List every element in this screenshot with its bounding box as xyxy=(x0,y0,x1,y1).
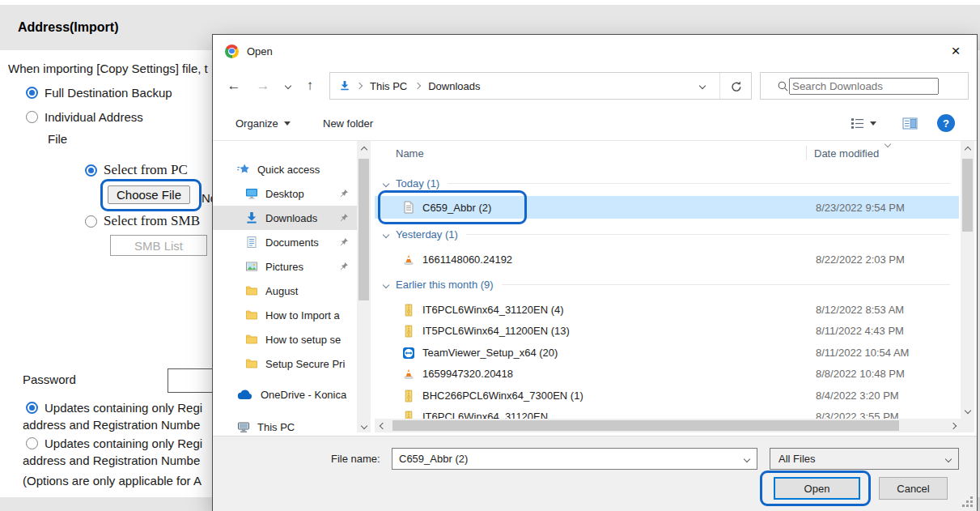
sidebar-item-onedrive[interactable]: OneDrive - Konica xyxy=(213,382,357,407)
file-date: 8/22/2022 2:03 PM xyxy=(816,253,905,266)
back-icon[interactable]: ← xyxy=(224,72,244,100)
sidebar-item-desktop[interactable]: Desktop xyxy=(213,181,357,206)
sidebar-item-how-to-setup[interactable]: How to setup se xyxy=(213,327,357,351)
file-list-scrollbar-vertical[interactable] xyxy=(961,141,974,419)
address-bar[interactable]: This PC Downloads xyxy=(329,72,752,100)
radio-select-from-smb[interactable]: Select from SMB xyxy=(85,213,200,229)
collapse-icon[interactable] xyxy=(383,180,389,186)
radio-icon[interactable] xyxy=(26,111,38,123)
documents-icon xyxy=(245,236,258,249)
file-date: 8/23/2022 9:54 PM xyxy=(816,202,905,214)
sidebar-item-setup-secure[interactable]: Setup Secure Pri xyxy=(213,351,357,376)
file-list: Name Date modified Today (1) C659_Abbr (… xyxy=(371,141,961,419)
sidebar-label: Quick access xyxy=(257,164,320,176)
new-folder-button[interactable]: New folder xyxy=(323,109,373,137)
radio-label: Individual Address xyxy=(45,110,143,124)
scrollbar-thumb[interactable] xyxy=(962,159,973,232)
scroll-right-icon[interactable] xyxy=(946,419,960,432)
close-icon[interactable]: × xyxy=(941,40,970,62)
radio-selected-icon[interactable] xyxy=(26,87,38,99)
collapse-icon[interactable] xyxy=(383,281,389,287)
choose-file-button[interactable]: Choose File xyxy=(108,185,190,204)
folder-icon xyxy=(245,284,258,297)
scroll-up-icon[interactable] xyxy=(961,143,974,156)
sidebar-item-documents[interactable]: Documents xyxy=(213,230,357,254)
help-button[interactable]: ? xyxy=(937,109,955,137)
vlc-icon xyxy=(402,253,415,266)
preview-pane-button[interactable] xyxy=(902,109,918,137)
column-header-date-modified[interactable]: Date modified xyxy=(814,147,879,160)
file-name-input[interactable] xyxy=(392,453,745,465)
organize-menu[interactable]: Organize xyxy=(235,109,291,137)
group-header-earlier-this-month[interactable]: Earlier this month (9) xyxy=(374,274,955,296)
view-mode-button[interactable] xyxy=(851,109,876,137)
pin-icon xyxy=(339,262,349,271)
smb-list-button[interactable]: SMB List xyxy=(110,235,207,256)
radio-select-from-pc[interactable]: Select from PC xyxy=(85,162,188,178)
sidebar-item-downloads[interactable]: Downloads xyxy=(213,206,357,230)
file-name-dropdown-icon[interactable] xyxy=(744,455,750,462)
breadcrumb-downloads[interactable]: Downloads xyxy=(425,80,483,92)
scrollbar-thumb[interactable] xyxy=(358,159,369,300)
sidebar-label: Desktop xyxy=(265,188,304,200)
sidebar-item-august[interactable]: August xyxy=(213,279,357,303)
file-row-c659-abbr[interactable]: C659_Abbr (2) 8/23/2022 9:54 PM xyxy=(375,196,959,219)
file-row-teamviewer[interactable]: TeamViewer_Setup_x64 (20) 8/11/2022 10:5… xyxy=(375,342,959,364)
file-row-1659947320[interactable]: 1659947320.20418 8/8/2022 10:48 PM xyxy=(375,363,959,385)
file-row-it6pcl6-4[interactable]: IT6PCL6Winx64_31120EN (4) 8/12/2022 8:53… xyxy=(375,299,959,321)
up-icon[interactable]: ↑ xyxy=(300,72,320,100)
group-header-yesterday[interactable]: Yesterday (1) xyxy=(374,224,955,245)
radio-icon[interactable] xyxy=(26,437,38,449)
scroll-down-icon[interactable] xyxy=(961,403,974,417)
sidebar-label: Pictures xyxy=(265,261,303,273)
file-name-combobox[interactable] xyxy=(392,448,757,470)
file-row-1661148060[interactable]: 1661148060.24192 8/22/2022 2:03 PM xyxy=(375,249,959,270)
sidebar-item-how-to-import[interactable]: How to Import a xyxy=(213,303,357,327)
address-dropdown-icon[interactable] xyxy=(699,83,706,89)
file-date: 8/12/2022 8:53 AM xyxy=(816,304,904,316)
scroll-down-icon[interactable] xyxy=(357,419,371,432)
file-list-scrollbar-horizontal[interactable] xyxy=(375,419,961,432)
radio-updates-option-2[interactable]: Updates containing only Regi xyxy=(26,436,202,450)
file-name: IT6PCL6Winx64_31120EN xyxy=(422,411,548,419)
radio-selected-icon[interactable] xyxy=(26,402,38,414)
teamviewer-icon xyxy=(402,347,415,360)
resize-grip[interactable] xyxy=(961,496,973,507)
file-row-bhc266[interactable]: BHC266PCL6Winx64_7300EN (1) 8/4/2022 3:2… xyxy=(375,385,959,407)
radio-full-destination-backup[interactable]: Full Destination Backup xyxy=(26,86,172,100)
cancel-button[interactable]: Cancel xyxy=(879,477,948,500)
radio-individual-address[interactable]: Individual Address xyxy=(26,110,143,124)
options-note: (Options are only applicable for A xyxy=(23,474,202,488)
radio-label: Updates containing only Regi xyxy=(45,401,202,415)
crumb-separator-icon xyxy=(356,83,363,89)
column-header-name[interactable]: Name xyxy=(396,147,424,160)
search-box[interactable] xyxy=(760,72,969,100)
file-row-it5pcl6[interactable]: IT5PCL6Winx64_11200EN (13) 8/11/2022 4:4… xyxy=(375,320,959,342)
file-row-it6pcl6-clipped[interactable]: IT6PCL6Winx64_31120EN 8/3/2022 3:55 PM xyxy=(375,406,959,419)
navigation-pane: Quick access Desktop Downloads xyxy=(213,141,357,436)
radio-selected-icon[interactable] xyxy=(85,164,97,177)
radio-icon[interactable] xyxy=(85,215,97,228)
radio-updates-option-1[interactable]: Updates containing only Regi xyxy=(26,401,202,415)
sidebar-label: Downloads xyxy=(265,212,317,224)
scroll-up-icon[interactable] xyxy=(357,143,371,156)
sidebar-item-quick-access[interactable]: Quick access xyxy=(213,157,357,181)
breadcrumb-this-pc[interactable]: This PC xyxy=(367,80,410,92)
file-type-dropdown[interactable]: All Files xyxy=(770,448,959,470)
sidebar-label: How to Import a xyxy=(265,309,340,322)
search-input[interactable] xyxy=(789,78,939,95)
history-dropdown-icon[interactable] xyxy=(281,72,295,100)
scrollbar-thumb[interactable] xyxy=(392,420,899,431)
refresh-icon[interactable] xyxy=(730,80,743,93)
pictures-icon xyxy=(245,260,258,273)
group-header-today[interactable]: Today (1) xyxy=(374,172,955,194)
scroll-left-icon[interactable] xyxy=(375,419,389,432)
radio-label: Full Destination Backup xyxy=(45,86,172,100)
sidebar-item-pictures[interactable]: Pictures xyxy=(213,254,357,279)
open-button[interactable]: Open xyxy=(774,477,860,500)
sidebar-label: How to setup se xyxy=(265,334,341,346)
collapse-icon[interactable] xyxy=(383,231,389,237)
file-name: C659_Abbr (2) xyxy=(422,202,491,214)
sidebar-scrollbar[interactable] xyxy=(357,141,371,432)
sidebar-item-this-pc[interactable]: This PC xyxy=(213,415,357,436)
